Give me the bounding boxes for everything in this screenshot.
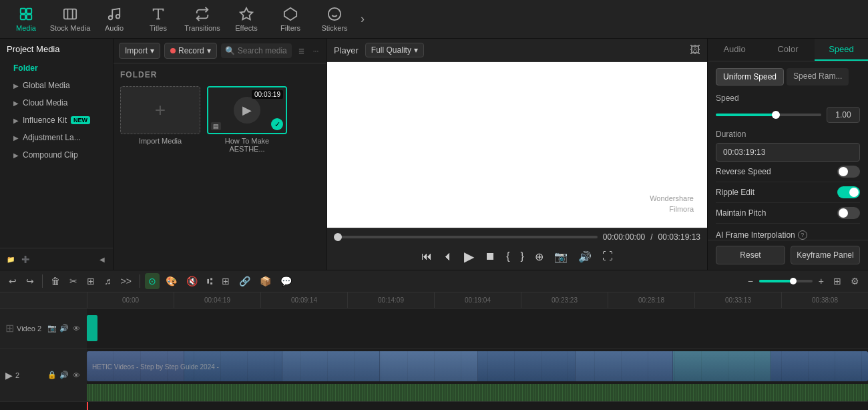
sidebar-item-folder[interactable]: Folder: [0, 59, 113, 77]
split-audio-button[interactable]: ⑆: [204, 273, 216, 289]
stop-button[interactable]: ⏹: [482, 249, 498, 264]
eye-main-icon[interactable]: 👁: [71, 370, 81, 381]
link-button[interactable]: 🔗: [236, 273, 254, 289]
speed-handle[interactable]: [772, 111, 780, 119]
eye-icon[interactable]: 👁: [71, 323, 81, 334]
add-to-timeline-button[interactable]: ⊕: [532, 249, 546, 264]
sidebar-item-global-media[interactable]: ▶ Global Media: [0, 77, 113, 94]
crop-button[interactable]: ⊞: [83, 273, 98, 289]
sidebar-item-adjustment[interactable]: ▶ Adjustment La...: [0, 129, 113, 146]
progress-handle[interactable]: [334, 233, 342, 241]
speed-value-box[interactable]: 1.00: [827, 107, 860, 123]
search-input[interactable]: [238, 46, 288, 55]
record-button[interactable]: Record ▾: [164, 43, 217, 59]
search-box[interactable]: 🔍: [221, 43, 292, 58]
mark-in-button[interactable]: {: [503, 249, 512, 264]
media-panel: Import ▾ Record ▾ 🔍 ☰ ··· FOLDER +: [114, 39, 327, 270]
audio-icon[interactable]: 🔊: [59, 323, 69, 334]
media-content: FOLDER + Import Media ▶ 00:03:19 ▤: [114, 63, 327, 160]
track-layout-button[interactable]: ⊞: [830, 273, 845, 289]
zoom-handle[interactable]: [790, 278, 797, 284]
camera-icon[interactable]: 📷: [47, 323, 57, 334]
mark-out-button[interactable]: }: [518, 249, 527, 264]
ripple-edit-toggle[interactable]: [837, 186, 860, 198]
maintain-pitch-toggle[interactable]: [837, 207, 860, 219]
more-tools-button[interactable]: >>: [118, 273, 135, 289]
add-icon[interactable]: ➕: [20, 254, 31, 264]
toolbar-more-icon[interactable]: ›: [358, 12, 367, 26]
zoom-out-button[interactable]: −: [744, 273, 756, 289]
duration-input[interactable]: 00:03:19:13: [716, 143, 860, 162]
redo-button[interactable]: ↪: [23, 273, 37, 289]
chevron-icon-5: ▶: [13, 152, 19, 159]
small-clip[interactable]: [87, 315, 97, 341]
reverse-speed-toggle[interactable]: [837, 166, 860, 178]
cut-button[interactable]: ✂: [66, 273, 81, 289]
import-button[interactable]: Import ▾: [119, 43, 160, 59]
info-icon[interactable]: ?: [798, 230, 807, 240]
group-button[interactable]: ⊞: [218, 273, 233, 289]
import-media-thumb[interactable]: + Import Media: [120, 86, 200, 153]
undo-button[interactable]: ↩: [5, 273, 20, 289]
import-chevron-icon: ▾: [150, 46, 154, 55]
tab-color[interactable]: Color: [761, 39, 815, 61]
frame-back-button[interactable]: ⏴: [440, 249, 456, 264]
track-label-video2: ⊞ Video 2 📷 🔊 👁: [0, 309, 87, 349]
filter-icon[interactable]: ☰: [296, 45, 306, 56]
speed-track[interactable]: [716, 114, 821, 116]
add-folder-icon[interactable]: 📁: [5, 254, 16, 264]
tab-audio-label: Audio: [723, 44, 745, 54]
tab-audio[interactable]: Audio: [708, 39, 761, 61]
quality-chevron-icon: ▾: [414, 45, 418, 55]
main-video-clip[interactable]: HETIC Videos - Step by Step Guide 2024 -: [87, 351, 868, 381]
sidebar-item-influence-kit[interactable]: ▶ Influence Kit NEW: [0, 112, 113, 129]
snap-button[interactable]: ⊙: [145, 273, 160, 289]
zoom-in-button[interactable]: +: [815, 273, 827, 289]
fit-button[interactable]: ⛶: [600, 249, 616, 264]
audio-waveform-clip[interactable]: [87, 384, 868, 401]
subtitle-button[interactable]: 💬: [277, 273, 295, 289]
video-thumb[interactable]: ▶ 00:03:19 ▤ ✓ How To Make AESTHE...: [207, 86, 287, 153]
nested-clip-button[interactable]: 📦: [256, 273, 274, 289]
toolbar-item-titles[interactable]: Titles: [138, 2, 179, 37]
zoom-track[interactable]: [759, 280, 813, 282]
sidebar-item-cloud-media[interactable]: ▶ Cloud Media: [0, 94, 113, 112]
more-options-icon[interactable]: ···: [310, 45, 321, 56]
display-settings-icon[interactable]: 🖼: [690, 45, 700, 55]
play-button[interactable]: ▶: [461, 247, 477, 266]
toolbar-item-transitions[interactable]: Transitions: [182, 2, 223, 37]
toolbar-item-stock-media[interactable]: Stock Media: [49, 2, 91, 37]
audio-main-icon[interactable]: 🔊: [59, 370, 69, 381]
ruler-mark-8: 00:38:08: [781, 292, 868, 309]
audio-button[interactable]: 🔊: [576, 249, 594, 264]
speed-field-label: Speed: [716, 93, 860, 103]
subtab-speed-ramp[interactable]: Speed Ram...: [787, 68, 849, 85]
toolbar-item-filters[interactable]: Filters: [270, 2, 311, 37]
toolbar-item-stickers[interactable]: Stickers: [314, 2, 355, 37]
reset-button[interactable]: Reset: [716, 246, 785, 264]
settings-button[interactable]: ⚙: [847, 273, 863, 289]
screenshot-button[interactable]: 📷: [552, 249, 570, 264]
toolbar-label-media: Media: [16, 24, 36, 32]
color-grade-button[interactable]: 🎨: [162, 273, 180, 289]
audio-separate-button[interactable]: ♬: [101, 273, 115, 289]
collapse-icon[interactable]: ◀: [97, 254, 107, 264]
progress-track[interactable]: [334, 236, 598, 238]
toolbar-item-effects[interactable]: Effects: [226, 2, 267, 37]
subtab-uniform-speed[interactable]: Uniform Speed: [716, 68, 784, 85]
tab-speed[interactable]: Speed: [815, 39, 868, 61]
delete-button[interactable]: 🗑: [47, 273, 63, 289]
watermark-line1: Wondershare: [650, 194, 694, 204]
subtab-ramp-label: Speed Ram...: [793, 71, 842, 81]
lock-icon[interactable]: 🔒: [47, 370, 57, 381]
step-back-button[interactable]: ⏮: [419, 249, 435, 264]
toggle-knob-reverse: [839, 167, 848, 176]
quality-select[interactable]: Full Quality ▾: [365, 43, 424, 57]
svg-marker-10: [284, 7, 296, 19]
new-badge: NEW: [71, 116, 90, 124]
keyframe-panel-button[interactable]: Keyframe Panel: [791, 246, 860, 264]
silence-detect-button[interactable]: 🔇: [183, 273, 201, 289]
toolbar-item-audio[interactable]: Audio: [93, 2, 135, 37]
sidebar-item-compound-clip[interactable]: ▶ Compound Clip: [0, 146, 113, 164]
toolbar-item-media[interactable]: Media: [5, 2, 47, 37]
